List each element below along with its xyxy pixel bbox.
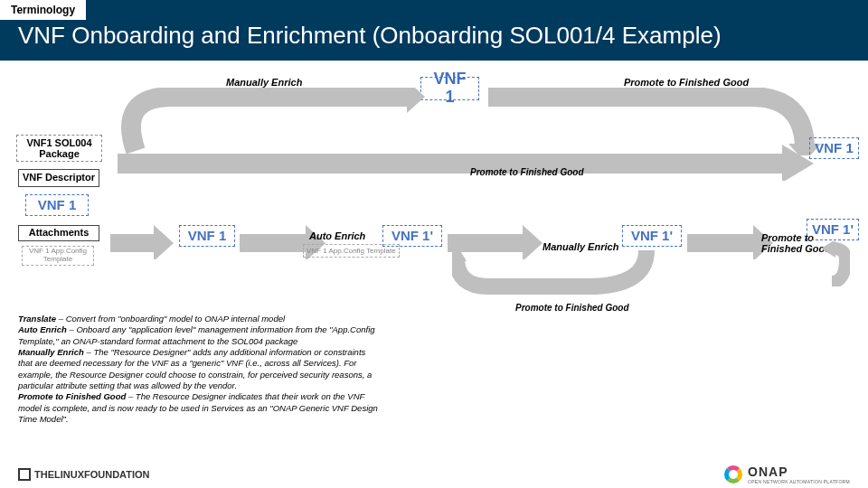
svg-rect-6 — [240, 234, 307, 252]
label-auto-enrich: Auto Enrich — [309, 230, 365, 241]
svg-marker-12 — [452, 250, 467, 261]
vnf1p-a-text: VNF 1' — [392, 229, 433, 244]
label-promote-top: Promote to Finished Good — [624, 77, 749, 88]
label-promote-diag: Promote to Finished Good — [515, 303, 629, 313]
arrow-loop-bottom — [452, 250, 660, 300]
box-package: VNF1 SOL004 Package — [16, 135, 102, 162]
onap-subtext: OPEN NETWORK AUTOMATION PLATFORM — [748, 479, 850, 484]
svg-marker-0 — [407, 88, 425, 113]
svg-rect-2 — [118, 154, 787, 174]
vnf1-text-right: VNF 1 — [815, 141, 854, 156]
lf-square-icon — [18, 468, 31, 481]
vnf1-t-text: VNF 1 — [188, 229, 227, 244]
arrow-small-up — [814, 241, 850, 286]
label-promote-mid: Promote to Finished Good — [470, 167, 584, 177]
svg-marker-5 — [154, 225, 174, 259]
vnf1p-c-text: VNF 1' — [812, 222, 854, 238]
label-manually-enrich-top: Manually Enrich — [226, 77, 302, 88]
svg-marker-13 — [821, 241, 835, 258]
notes-promote-b: Promote to Finished Good — [18, 391, 126, 401]
diagram-canvas: Manually Enrich Promote to Finished Good… — [0, 61, 868, 440]
slide-title: VNF Onboarding and Enrichment (Onboardin… — [18, 22, 722, 50]
notes-translate: – Convert from "onboarding" model to ONA… — [56, 314, 285, 324]
svg-rect-10 — [687, 234, 755, 252]
arrow-mid — [118, 145, 814, 181]
svg-rect-8 — [448, 234, 524, 252]
vnf1-token-top: VNF 1 — [420, 77, 479, 100]
notes-block: Translate – Convert from "onboarding" mo… — [18, 314, 380, 425]
lf-text: THELINUXFOUNDATION — [34, 469, 150, 480]
box-descriptor: VNF Descriptor — [18, 169, 99, 187]
vnf1-token-t: VNF 1 — [179, 225, 235, 247]
vnf1p-token-c: VNF 1' — [807, 219, 859, 240]
notes-auto: – Onboard any "application level" manage… — [18, 324, 375, 345]
header-tab: Terminology — [0, 0, 86, 20]
svg-rect-4 — [110, 234, 156, 252]
slide-header: Terminology VNF Onboarding and Enrichmen… — [0, 0, 868, 61]
vnf1p-token-a: VNF 1' — [382, 225, 442, 247]
vnf1p-token-b: VNF 1' — [622, 225, 682, 247]
onap-logo: ONAP OPEN NETWORK AUTOMATION PLATFORM — [724, 465, 850, 484]
linux-foundation-logo: THELINUXFOUNDATION — [18, 468, 150, 481]
vnf1p-b-text: VNF 1' — [631, 229, 673, 244]
box-attachments: Attachments — [18, 225, 99, 241]
vnf1-left-text: VNF 1 — [38, 198, 77, 213]
box-vnf1-left: VNF 1 — [25, 194, 89, 216]
notes-auto-b: Auto Enrich — [18, 324, 67, 334]
box-attach-item: VNF 1 App.Config Template — [22, 246, 94, 266]
footer: THELINUXFOUNDATION ONAP OPEN NETWORK AUT… — [0, 461, 868, 488]
vnf1-text: VNF 1 — [421, 69, 478, 108]
notes-manual-b: Manually Enrich — [18, 347, 84, 357]
arrow-promote-br — [687, 225, 773, 259]
notes-translate-b: Translate — [18, 314, 56, 324]
onap-text: ONAP — [748, 465, 850, 479]
arrow-translate — [110, 225, 174, 259]
onap-donut-icon — [724, 465, 742, 483]
vnf1-token-right: VNF 1 — [809, 137, 859, 159]
